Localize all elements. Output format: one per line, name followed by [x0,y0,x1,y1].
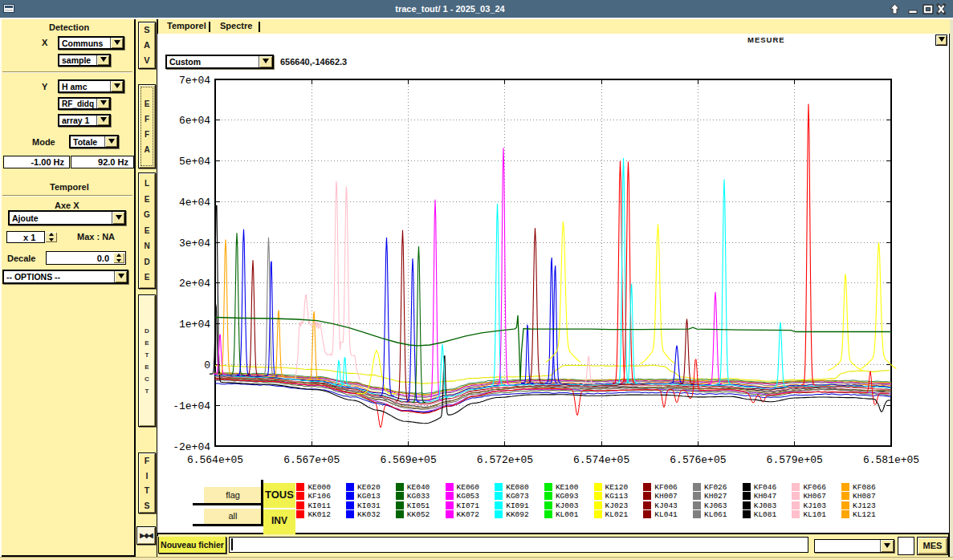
svg-text:3e+04: 3e+04 [179,237,210,250]
svg-text:4e+04: 4e+04 [179,197,210,209]
svg-text:5e+04: 5e+04 [179,156,210,168]
svg-text:0: 0 [204,359,210,371]
svg-text:6.564e+05: 6.564e+05 [187,454,243,466]
svg-text:-1e+04: -1e+04 [173,400,210,412]
svg-text:-2e+04: -2e+04 [173,441,210,453]
svg-text:6.572e+05: 6.572e+05 [477,454,533,466]
svg-text:6.581e+05: 6.581e+05 [863,454,919,466]
svg-text:7e+04: 7e+04 [179,75,210,87]
svg-text:6.576e+05: 6.576e+05 [670,454,726,466]
svg-text:2e+04: 2e+04 [179,278,210,290]
svg-text:6.567e+05: 6.567e+05 [283,454,340,466]
svg-text:6.569e+05: 6.569e+05 [380,454,436,466]
svg-text:6.579e+05: 6.579e+05 [767,454,823,466]
svg-text:6e+04: 6e+04 [179,115,210,127]
svg-text:1e+04: 1e+04 [179,319,210,331]
svg-text:6.574e+05: 6.574e+05 [573,454,629,466]
